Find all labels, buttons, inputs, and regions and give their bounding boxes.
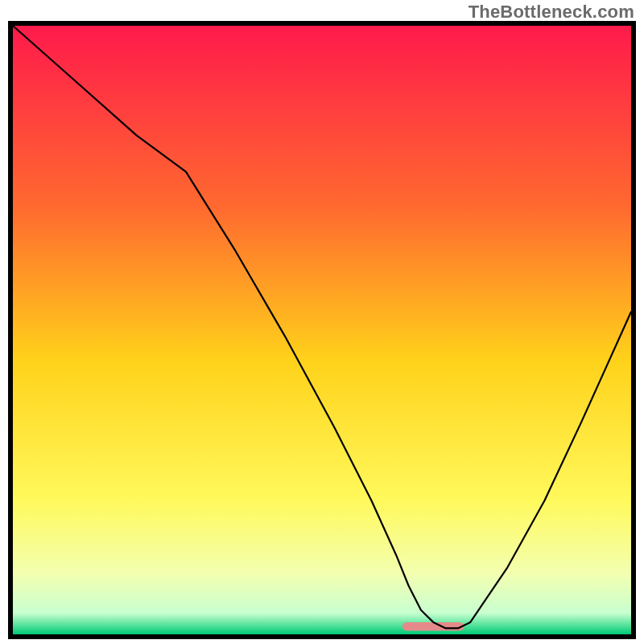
optimal-range-marker [402,622,464,631]
bottleneck-chart [8,21,636,639]
watermark-text: TheBottleneck.com [469,2,634,23]
gradient-background [13,26,631,634]
chart-container: TheBottleneck.com [0,0,644,644]
plot-area [13,26,631,634]
